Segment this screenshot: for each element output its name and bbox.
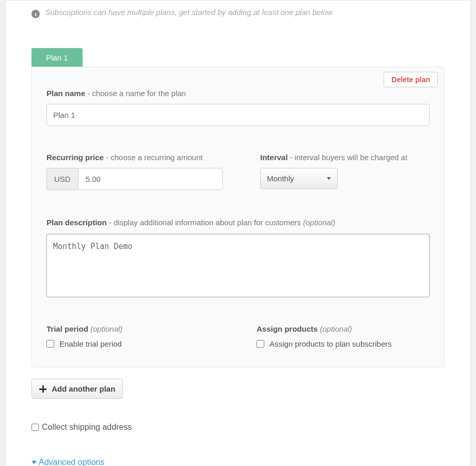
trial-label: Trial period (optional): [46, 324, 219, 333]
description-label: Plan description - display additional in…: [46, 218, 430, 227]
currency-addon: USD: [46, 168, 78, 190]
plan-name-label-hint: - choose a name for the plan: [85, 89, 186, 98]
shipping-checkbox[interactable]: [31, 424, 39, 431]
assign-label-optional: (optional): [320, 324, 353, 333]
trial-checkbox[interactable]: [46, 340, 54, 348]
shipping-checkbox-row[interactable]: Collect shipping address: [31, 423, 445, 432]
chevron-down-icon: [31, 461, 37, 464]
plan-name-label: Plan name - choose a name for the plan: [46, 89, 430, 98]
plan-tabs: Plan 1: [31, 48, 445, 67]
trial-label-strong: Trial period: [46, 324, 90, 333]
plan-name-label-strong: Plan name: [46, 89, 85, 98]
info-text: Subscriptions can have multiple plans, g…: [45, 8, 332, 17]
add-another-plan-button[interactable]: Add another plan: [31, 379, 123, 399]
shipping-checkbox-label: Collect shipping address: [42, 423, 132, 432]
trial-label-optional: (optional): [90, 324, 123, 333]
price-input[interactable]: [78, 168, 223, 190]
info-banner: i Subscriptions can have multiple plans,…: [31, 1, 445, 18]
interval-label-strong: Interval: [260, 153, 288, 162]
assign-checkbox-label: Assign products to plan subscribers: [269, 339, 392, 348]
price-label: Recurring price - choose a recurring amo…: [46, 153, 223, 162]
assign-checkbox-row[interactable]: Assign products to plan subscribers: [257, 339, 430, 348]
advanced-options-label: Advanced options: [39, 458, 104, 466]
trial-checkbox-row[interactable]: Enable trial period: [46, 339, 219, 348]
trial-checkbox-label: Enable trial period: [59, 339, 122, 348]
caret-down-icon: [327, 177, 331, 180]
plus-icon: [39, 385, 46, 393]
description-label-hint: - display additional information about p…: [107, 218, 303, 227]
plan-card: Delete plan Plan name - choose a name fo…: [31, 67, 445, 367]
assign-checkbox[interactable]: [257, 340, 264, 348]
interval-selected-value: Monthly: [267, 174, 294, 183]
delete-plan-button[interactable]: Delete plan: [384, 72, 438, 87]
info-icon: i: [31, 10, 40, 18]
advanced-options-toggle[interactable]: Advanced options: [31, 458, 104, 466]
description-label-optional: (optional): [303, 218, 336, 227]
price-label-strong: Recurring price: [46, 153, 104, 162]
price-input-group: USD: [46, 168, 223, 190]
interval-label: Interval - interval buyers will be charg…: [260, 153, 430, 162]
description-textarea[interactable]: [46, 234, 430, 297]
price-label-hint: - choose a recurring amount: [104, 153, 203, 162]
plan-name-input[interactable]: [46, 104, 430, 126]
plan-editor-panel: i Subscriptions can have multiple plans,…: [5, 0, 471, 466]
assign-label-strong: Assign products: [257, 324, 320, 333]
add-another-plan-label: Add another plan: [52, 384, 115, 393]
tab-plan-1[interactable]: Plan 1: [31, 48, 83, 67]
interval-select[interactable]: Monthly: [260, 168, 338, 189]
assign-label: Assign products (optional): [257, 324, 430, 333]
interval-label-hint: - interval buyers will be charged at: [288, 153, 407, 162]
description-label-strong: Plan description: [46, 218, 107, 227]
